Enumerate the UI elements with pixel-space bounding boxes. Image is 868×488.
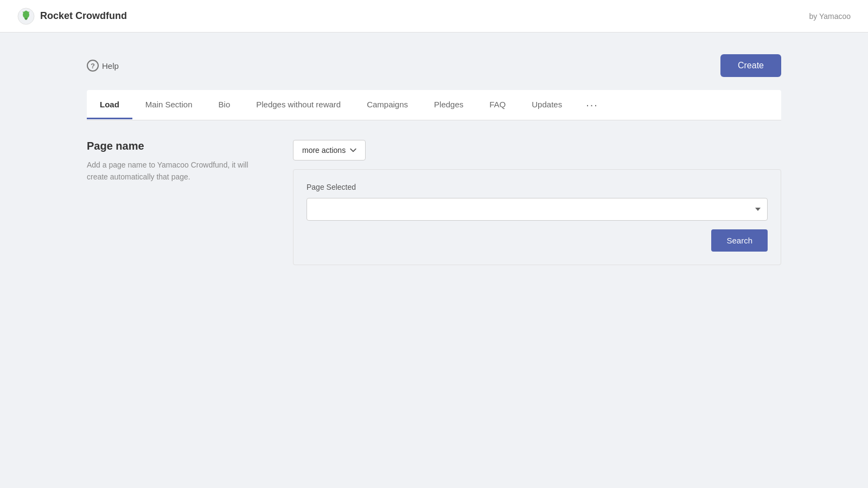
tabs-container: Load Main Section Bio Pledges without re… — [87, 90, 781, 120]
chevron-down-icon — [350, 147, 356, 153]
load-tab-content: Page name Add a page name to Yamacoo Cro… — [87, 140, 781, 265]
tab-main-section[interactable]: Main Section — [132, 91, 206, 119]
svg-line-5 — [23, 12, 24, 13]
tab-bio[interactable]: Bio — [206, 91, 244, 119]
app-byline: by Yamacoo — [809, 12, 851, 21]
more-actions-label: more actions — [302, 146, 346, 155]
create-button[interactable]: Create — [720, 54, 781, 77]
help-section: ? Help Create — [87, 54, 781, 77]
app-title: Rocket Crowdfund — [40, 10, 127, 22]
tab-load[interactable]: Load — [87, 91, 132, 119]
help-icon: ? — [87, 60, 99, 72]
svg-line-6 — [28, 12, 29, 13]
tab-updates[interactable]: Updates — [519, 91, 575, 119]
page-name-title: Page name — [87, 140, 260, 152]
brand: Rocket Crowdfund — [17, 8, 127, 25]
tab-faq[interactable]: FAQ — [476, 91, 519, 119]
page-name-description: Add a page name to Yamacoo Crowdfund, it… — [87, 159, 260, 183]
help-link[interactable]: ? Help — [87, 60, 119, 72]
page-selected-box: Page Selected Search — [293, 169, 781, 265]
more-actions-button[interactable]: more actions — [293, 140, 366, 160]
svg-rect-3 — [25, 19, 27, 20]
left-panel: Page name Add a page name to Yamacoo Cro… — [87, 140, 260, 265]
tab-pledges[interactable]: Pledges — [421, 91, 476, 119]
page-select-input[interactable] — [307, 198, 768, 221]
page-selected-label: Page Selected — [307, 183, 768, 191]
tab-more[interactable]: ··· — [575, 90, 609, 120]
help-label: Help — [102, 61, 119, 70]
main-content: ? Help Create Load Main Section Bio Pled… — [0, 33, 868, 287]
tab-campaigns[interactable]: Campaigns — [354, 91, 421, 119]
svg-rect-2 — [24, 18, 28, 19]
right-panel: more actions Page Selected Search — [293, 140, 781, 265]
navbar: Rocket Crowdfund by Yamacoo — [0, 0, 868, 33]
search-button[interactable]: Search — [711, 229, 768, 252]
tab-pledges-without-reward[interactable]: Pledges without reward — [243, 91, 354, 119]
brand-icon — [17, 8, 35, 25]
